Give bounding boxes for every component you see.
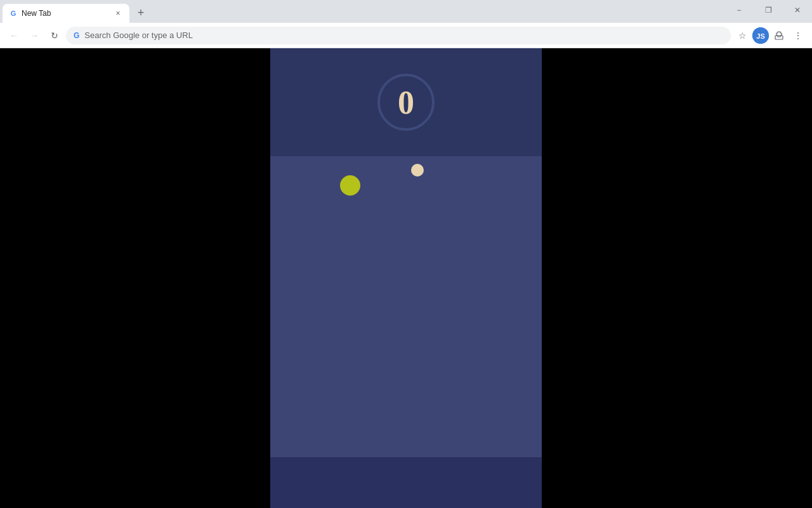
active-tab[interactable]: G New Tab × [3,4,129,23]
game-play-section[interactable] [270,156,542,457]
score-circle: 0 [377,74,435,131]
address-text: Search Google or type a URL [84,30,723,40]
bottom-section [270,457,542,508]
refresh-button[interactable]: ↻ [46,27,63,44]
google-g-icon: G [11,10,16,17]
tab-title: New Tab [22,9,109,18]
browser-frame: G New Tab × + − ❐ ✕ ← → ↻ G Search Googl… [0,0,812,508]
yellow-ball [340,175,360,196]
maximize-button[interactable]: ❐ [754,0,783,20]
right-black-area [542,48,812,508]
game-container: 0 [270,48,542,508]
back-button[interactable]: ← [5,27,23,44]
navigation-bar: ← → ↻ G Search Google or type a URL ☆ JS… [0,23,812,48]
extension-button[interactable] [770,27,788,44]
page-content: 0 [0,48,812,508]
bookmark-button[interactable]: ☆ [733,27,751,44]
tab-close-button[interactable]: × [113,8,123,18]
tab-favicon: G [9,9,18,18]
score-display: 0 [398,84,414,121]
tab-bar: G New Tab × + − ❐ ✕ [0,0,812,23]
svg-text:JS: JS [756,32,764,40]
nav-right-controls: ☆ JS ⋮ [733,27,807,44]
left-black-area [0,48,270,508]
cream-ball [411,164,424,177]
minimize-button[interactable]: − [724,0,754,20]
close-button[interactable]: ✕ [783,0,812,20]
profile-avatar[interactable]: JS [752,27,769,44]
svg-rect-2 [775,36,783,39]
forward-button[interactable]: → [25,27,43,44]
address-bar[interactable]: G Search Google or type a URL [66,27,731,44]
menu-button[interactable]: ⋮ [789,27,807,44]
score-section: 0 [270,48,542,156]
google-logo-icon: G [74,31,79,40]
window-controls: − ❐ ✕ [724,0,812,23]
new-tab-button[interactable]: + [132,4,150,22]
